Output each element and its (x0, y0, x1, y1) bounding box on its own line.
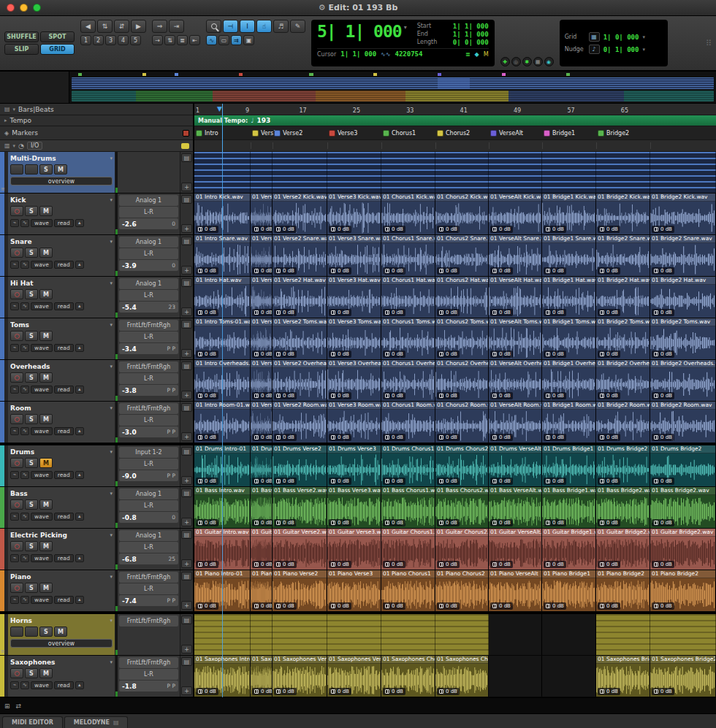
clip-gain-button[interactable]: 0 dB (437, 602, 460, 610)
tempo-ruler[interactable]: Manual Tempo: ♩ 193 (194, 115, 716, 126)
audio-clip[interactable]: 01 VerseAlt Toms.wav0 dB (489, 318, 542, 359)
playlist-icon[interactable]: ▴ (75, 471, 84, 479)
add-lane-button[interactable]: + (181, 601, 192, 610)
clip-gain-button[interactable]: 0 dB (252, 434, 273, 441)
add-lane-button[interactable]: + (181, 349, 192, 358)
folder-clip[interactable] (251, 614, 273, 655)
volume-display[interactable]: -3.8P P (119, 385, 178, 396)
track-name[interactable]: Hi Hat (10, 280, 110, 287)
clip-gain-button[interactable]: 0 dB (274, 434, 297, 441)
elastic-audio-icon[interactable]: ∿ (20, 386, 29, 394)
audio-clip[interactable]: 01 Verse3 Room.wav0 dB (327, 402, 381, 442)
pan-display[interactable]: L-R (119, 542, 178, 553)
clip-gain-button[interactable]: 0 dB (437, 350, 460, 358)
clip-gain-button[interactable]: 0 dB (544, 392, 566, 399)
audio-clip[interactable]: 01 Intro Kick.wav0 dB (194, 194, 251, 234)
audio-clip[interactable]: 01 Drums Verse20 dB (273, 445, 327, 486)
bottom-tab-melodyne[interactable]: MELODYNE▤ (64, 716, 129, 728)
clip-gain-button[interactable]: 0 dB (544, 478, 566, 485)
audio-clip[interactable]: 01 Bass Verse3.wav0 dB (327, 487, 381, 528)
clip-gain-button[interactable]: 0 dB (598, 434, 620, 441)
track-list-menu-icon[interactable]: ▥ (4, 142, 10, 149)
bars-beats-ruler-label[interactable]: ▤ ▾ Bars|Beats (0, 104, 194, 115)
audio-clip[interactable]: 01 Verse3 Toms.wav0 dB (327, 318, 381, 359)
automation-mode-selector[interactable]: read (54, 554, 74, 562)
folder-clip[interactable] (542, 152, 596, 193)
add-lane-button[interactable]: + (181, 559, 192, 568)
audio-clip[interactable]: 01 Piano Chorus20 dB (435, 570, 489, 611)
clip-gain-button[interactable]: 0 dB (490, 350, 513, 358)
add-lane-button[interactable]: + (181, 391, 192, 399)
audio-clip[interactable]: 01 Bass VerseAlt.wav0 dB (489, 487, 542, 528)
audio-clip[interactable]: 01 Drums VerseAlt0 dB (489, 445, 542, 486)
clip-gain-button[interactable]: 0 dB (544, 267, 566, 275)
clip-gain-button[interactable]: 0 dB (490, 226, 513, 233)
bottom-tab-midi-editor[interactable]: MIDI EDITOR (2, 716, 63, 728)
audio-clip[interactable]: 01 Bridge2 Kick.wav0 dB (596, 194, 650, 234)
audio-clip[interactable]: 01 Piano Chorus10 dB (381, 570, 435, 611)
record-arm-button[interactable] (10, 458, 23, 468)
clip-gain-button[interactable]: 0 dB (490, 602, 513, 610)
clip-gain-button[interactable]: 0 dB (544, 561, 566, 568)
io-input-display[interactable]: FrntLft/FrntRgh (119, 320, 178, 331)
folder-clip[interactable] (273, 614, 327, 655)
track-view-selector[interactable]: wave (31, 596, 53, 604)
track-color-tab[interactable] (0, 445, 4, 486)
clip-gain-button[interactable]: 0 dB (329, 434, 351, 441)
automation-lane-button[interactable]: ▤ (181, 361, 192, 370)
track-view-selector[interactable]: wave (31, 513, 53, 521)
audio-clip[interactable]: 01 Drums Bridge20 dB (650, 445, 716, 486)
clip-gain-button[interactable]: 0 dB (196, 688, 218, 695)
audio-clip[interactable]: 01 Chorus1 Overheads.wav0 dB (381, 360, 435, 401)
clip-gain-button[interactable]: 0 dB (383, 309, 405, 316)
audio-clip[interactable]: 01 Bridge2 Kick.wav0 dB (650, 194, 716, 234)
clip-gain-button[interactable]: 0 dB (252, 309, 273, 316)
clip-gain-button[interactable]: 0 dB (383, 226, 405, 233)
audio-clip[interactable]: 01 Bridge2 Room.wav0 dB (650, 402, 716, 442)
zoom-preset-1[interactable]: 1 (80, 35, 91, 45)
audio-clip[interactable]: 01 Intro Overheads.wav0 dB (194, 360, 251, 401)
audio-clip[interactable]: 01 Drums Bridge20 dB (596, 445, 650, 486)
clip-gain-button[interactable]: 0 dB (383, 688, 405, 695)
mode-button-shuffle[interactable]: SHUFFLE (4, 31, 39, 42)
folder-spacer-button[interactable] (25, 164, 38, 175)
link-timeline-edit-selection-toggle[interactable]: ⇉ (231, 35, 242, 45)
record-arm-button[interactable] (10, 541, 23, 551)
clip-gain-button[interactable]: 0 dB (598, 267, 620, 275)
clip-gain-button[interactable]: 0 dB (652, 561, 674, 568)
marker-intro[interactable]: Intro (196, 129, 218, 137)
track-name[interactable]: Saxophones (10, 659, 110, 666)
clip-gain-button[interactable]: 0 dB (196, 478, 218, 485)
clip-gain-button[interactable]: 0 dB (437, 478, 460, 485)
record-arm-button[interactable] (10, 583, 23, 593)
tempo-expand-caret[interactable]: ▸ (4, 118, 7, 123)
playlist-icon[interactable]: ▴ (75, 513, 84, 521)
clip-gain-button[interactable]: 0 dB (598, 688, 620, 695)
audio-clip[interactable]: 01 Bass Intro.wav0 dB (194, 487, 251, 528)
track-name[interactable]: Toms (10, 321, 110, 329)
mute-button[interactable]: M (39, 668, 53, 678)
audio-clip[interactable]: 01 Bass Verse1.wav0 dB (251, 487, 273, 528)
automation-lane-button[interactable]: ▤ (181, 278, 192, 287)
sync-status-led[interactable]: ◉ (544, 57, 554, 66)
automation-mode-selector[interactable]: read (54, 427, 74, 435)
audio-clip[interactable]: 01 Guitar Bridge2.wav0 dB (650, 529, 716, 570)
automation-lane-button[interactable]: ▤ (181, 403, 192, 412)
audio-clip[interactable]: 01 Bridge1 Kick.wav0 dB (542, 194, 596, 234)
volume-display[interactable]: -1.8P P (119, 681, 178, 691)
clip-gain-button[interactable]: 0 dB (437, 392, 460, 399)
audio-clip[interactable]: 01 Verse1 Snare.wav0 dB (251, 235, 273, 276)
clip-gain-button[interactable]: 0 dB (274, 602, 297, 610)
record-arm-button[interactable] (10, 668, 23, 678)
clip-gain-button[interactable]: 0 dB (196, 519, 218, 526)
clip-gain-button[interactable]: 0 dB (252, 561, 273, 568)
track-options-caret[interactable]: ▾ (110, 322, 113, 328)
zoom-preset-2[interactable]: 2 (93, 35, 104, 45)
clip-gain-button[interactable]: 0 dB (544, 434, 566, 441)
clip-gain-button[interactable]: 0 dB (196, 561, 218, 568)
audio-clip[interactable]: 01 Verse1 Hat.wav0 dB (251, 277, 273, 318)
solo-button[interactable]: S (25, 499, 38, 510)
clip-gain-button[interactable]: 0 dB (652, 602, 674, 610)
clip-gain-button[interactable]: 0 dB (274, 561, 297, 568)
solo-button[interactable]: S (25, 583, 38, 593)
